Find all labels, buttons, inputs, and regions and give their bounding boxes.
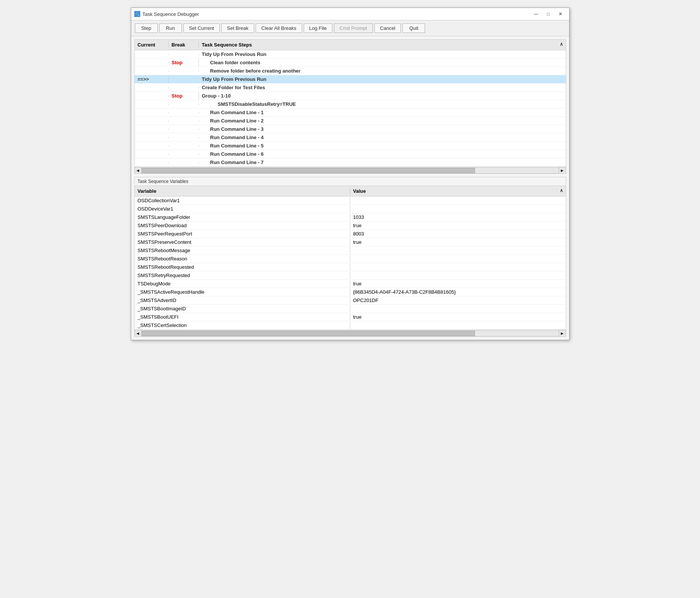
var-value: true: [350, 313, 566, 321]
quit-button[interactable]: Quit: [402, 23, 425, 33]
row-break: Stop: [169, 59, 199, 66]
table-row[interactable]: Create Folder for Test Files: [135, 84, 566, 92]
variable-row[interactable]: SMSTSRebootReason: [135, 255, 566, 263]
var-name: SMSTSRebootReason: [135, 255, 350, 262]
variable-row[interactable]: OSDDeviceVar1: [135, 205, 566, 213]
header-variable: Variable: [135, 187, 350, 195]
var-name: SMSTSLanguageFolder: [135, 214, 350, 221]
variable-row[interactable]: SMSTSRebootMessage: [135, 246, 566, 255]
set-current-button[interactable]: Set Current: [183, 23, 220, 33]
var-name: _SMSTSCertSelection: [135, 322, 350, 329]
scroll-track[interactable]: [141, 167, 559, 174]
variable-row[interactable]: SMSTSRetryRequested: [135, 271, 566, 280]
var-scroll-right-button[interactable]: ▶: [559, 330, 566, 337]
header-current: Current: [135, 41, 169, 48]
table-row-highlighted[interactable]: ==>> Tidy Up From Previous Run: [135, 75, 566, 84]
row-break: [169, 137, 199, 138]
table-row[interactable]: SMSTSDisableStatusRetry=TRUE: [135, 100, 566, 108]
minimize-button[interactable]: —: [531, 10, 542, 18]
header-scroll-v: ∧: [560, 187, 566, 195]
variable-row[interactable]: _SMSTSActiveRequestHandle {86B345D4-A04F…: [135, 288, 566, 296]
row-step: Tidy Up From Previous Run: [199, 76, 566, 83]
scroll-thumb[interactable]: [142, 168, 475, 173]
table-row[interactable]: Remove folder before creating another: [135, 67, 566, 75]
clear-all-breaks-button[interactable]: Clear All Breaks: [256, 23, 302, 33]
variable-row[interactable]: _SMSTSAdvertID OPC201DF: [135, 296, 566, 305]
row-break: [169, 129, 199, 130]
var-name: _SMSTSBootImageID: [135, 305, 350, 312]
var-scroll-track[interactable]: [141, 330, 559, 336]
log-file-button[interactable]: Log File: [304, 23, 332, 33]
row-step: Run Command Line - 5: [199, 142, 566, 149]
var-name: SMSTSRebootMessage: [135, 247, 350, 254]
row-break: [169, 87, 199, 88]
row-current: ==>>: [135, 76, 169, 83]
variable-row[interactable]: SMSTSPreserveContent true: [135, 238, 566, 246]
title-bar-left: 🔧 Task Sequence Debugger: [134, 11, 199, 17]
set-break-button[interactable]: Set Break: [221, 23, 254, 33]
toolbar: Step Run Set Current Set Break Clear All…: [131, 20, 569, 36]
var-value: [350, 266, 566, 268]
var-name: SMSTSRetryRequested: [135, 272, 350, 279]
row-current: [135, 129, 169, 130]
row-step: Tidy Up From Previous Run: [199, 51, 566, 58]
app-icon: 🔧: [134, 11, 140, 17]
task-sequence-body[interactable]: Tidy Up From Previous Run Stop Clean fol…: [135, 50, 566, 167]
table-row[interactable]: Run Command Line - 5: [135, 142, 566, 150]
var-name: SMSTSPreserveContent: [135, 239, 350, 246]
cancel-button[interactable]: Cancel: [374, 23, 401, 33]
row-current: [135, 104, 169, 105]
table-row[interactable]: Stop Group - 1-10: [135, 92, 566, 100]
variable-row[interactable]: _SMSTSBootImageID: [135, 305, 566, 313]
horizontal-scrollbar[interactable]: ◀ ▶: [135, 167, 566, 174]
maximize-button[interactable]: □: [543, 10, 554, 18]
variables-section: Task Sequence Variables Variable Value ∧…: [134, 177, 566, 337]
var-scroll-left-button[interactable]: ◀: [135, 330, 141, 337]
table-row[interactable]: Run Command Line - 1: [135, 108, 566, 117]
window-controls: — □ ✕: [531, 10, 566, 18]
var-name: _SMSTSAdvertID: [135, 297, 350, 304]
table-row[interactable]: Run Command Line - 6: [135, 150, 566, 158]
var-value: OPC201DF: [350, 297, 566, 304]
title-bar: 🔧 Task Sequence Debugger — □ ✕: [131, 8, 569, 20]
header-scroll-space: ∧: [560, 41, 566, 48]
var-name: OSDCollectionVar1: [135, 197, 350, 204]
header-value: Value: [350, 187, 560, 195]
variable-row[interactable]: SMSTSLanguageFolder 1033: [135, 213, 566, 222]
row-step: Run Command Line - 6: [199, 150, 566, 158]
variable-row[interactable]: SMSTSPeerDownload true: [135, 222, 566, 230]
row-break: [169, 104, 199, 105]
variable-row[interactable]: _SMSTSCertSelection: [135, 321, 566, 330]
variables-horizontal-scrollbar[interactable]: ◀ ▶: [135, 330, 566, 336]
variable-row[interactable]: SMSTSPeerRequestPort 8003: [135, 230, 566, 238]
run-button[interactable]: Run: [159, 23, 182, 33]
table-row[interactable]: Run Command Line - 7: [135, 158, 566, 167]
cmd-prompt-button[interactable]: Cmd Prompt: [334, 23, 373, 33]
row-current: [135, 70, 169, 72]
task-sequence-section: Current Break Task Sequence Steps ∧ Tidy…: [134, 39, 566, 174]
variable-row[interactable]: OSDCollectionVar1: [135, 197, 566, 205]
var-name: TSDebugMode: [135, 280, 350, 287]
variable-row[interactable]: SMSTSRebootRequested: [135, 263, 566, 271]
variables-section-title: Task Sequence Variables: [135, 177, 566, 186]
scroll-left-button[interactable]: ◀: [135, 167, 141, 174]
row-step: Run Command Line - 3: [199, 125, 566, 133]
var-name: _SMSTSActiveRequestHandle: [135, 288, 350, 296]
variables-body[interactable]: OSDCollectionVar1 OSDDeviceVar1 SMSTSLan…: [135, 197, 566, 330]
variable-row[interactable]: _SMSTSBootUEFI true: [135, 313, 566, 321]
close-button[interactable]: ✕: [555, 10, 566, 18]
var-name: SMSTSRebootRequested: [135, 263, 350, 271]
table-row[interactable]: Stop Clean folder contents: [135, 59, 566, 67]
table-row[interactable]: Tidy Up From Previous Run: [135, 50, 566, 59]
step-button[interactable]: Step: [135, 23, 158, 33]
scroll-right-button[interactable]: ▶: [559, 167, 566, 174]
var-name: SMSTSPeerDownload: [135, 222, 350, 229]
table-row[interactable]: Run Command Line - 4: [135, 133, 566, 142]
row-break: [169, 54, 199, 55]
row-step: Create Folder for Test Files: [199, 84, 566, 91]
table-row[interactable]: Run Command Line - 2: [135, 117, 566, 125]
var-name: _SMSTSBootUEFI: [135, 313, 350, 321]
var-scroll-thumb[interactable]: [142, 331, 475, 336]
table-row[interactable]: Run Command Line - 3: [135, 125, 566, 133]
variable-row[interactable]: TSDebugMode true: [135, 280, 566, 288]
